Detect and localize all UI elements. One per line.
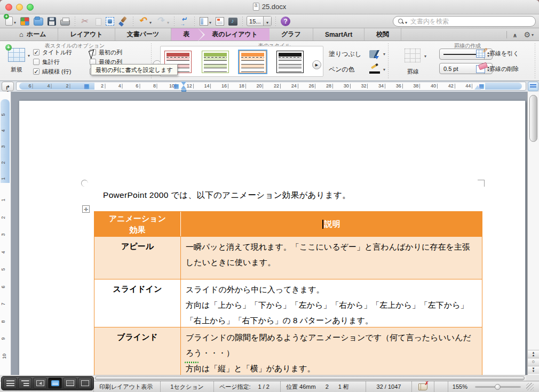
tab-table[interactable]: 表 (171, 28, 198, 41)
chevron-down-icon[interactable] (148, 17, 152, 26)
description-cell[interactable]: 一瞬パッと消えて現れます。「ここにいるぞー」と言わんばかりに存在を主張したいとき… (181, 237, 482, 279)
indent-marker[interactable] (181, 82, 187, 92)
formatting-marks-button[interactable] (178, 15, 191, 27)
header-cell-effect[interactable]: アニメーション効果 (94, 212, 181, 236)
description-cell[interactable]: スライドの外から中に入ってきます。 方向は「上から」「下から」「左から」「右から… (181, 279, 482, 327)
sidebar-button[interactable] (198, 15, 213, 27)
search-field[interactable] (393, 16, 536, 27)
format-painter-button[interactable] (117, 15, 130, 27)
spelling-status[interactable] (412, 381, 434, 392)
borders-grid-icon[interactable] (405, 49, 421, 62)
vertical-scrollbar-thumb[interactable] (529, 95, 537, 142)
ruler-number: 4 (1, 251, 6, 253)
page-indicator[interactable]: ページ指定:1 / 2 (214, 381, 281, 392)
table-row: スライドインスライドの外から中に入ってきます。 方向は「上から」「下から」「左か… (94, 279, 482, 327)
title-bar: 25.docx (0, 0, 539, 14)
margin-crop-mark (478, 180, 485, 187)
tab-review[interactable]: 校閲 (364, 28, 401, 41)
copy-icon (96, 18, 101, 26)
zoom-slider-thumb[interactable] (495, 384, 501, 390)
view-switcher (1, 376, 94, 390)
chevron-down-icon[interactable] (208, 17, 211, 26)
ruler-number: 24 (291, 83, 297, 89)
print-button[interactable] (59, 15, 72, 27)
checkbox-option-2[interactable]: 縞模様 (行) (33, 67, 72, 76)
print-layout-button[interactable] (48, 378, 62, 389)
zoom-value: 15... (247, 18, 263, 25)
zoom-dropdown-button[interactable] (263, 17, 271, 26)
save-button[interactable] (46, 15, 58, 27)
chevron-down-icon[interactable] (13, 17, 16, 26)
chevron-down-icon[interactable]: ▾ (383, 52, 385, 57)
chevron-down-icon[interactable]: ▾ (424, 54, 426, 59)
effect-cell[interactable]: アピール (94, 237, 181, 279)
tab-layout[interactable]: レイアウト (58, 28, 115, 41)
browse-next-button[interactable]: ▼▼ (528, 366, 539, 374)
table-style-black[interactable] (276, 51, 304, 73)
erase-border-button[interactable]: 罫線の削除 (476, 65, 519, 73)
browse-previous-button[interactable]: ▲▲ (528, 350, 539, 358)
notebook-layout-button[interactable] (63, 378, 77, 389)
zoom-slider[interactable] (475, 386, 521, 388)
gallery-button[interactable] (19, 15, 31, 27)
help-button[interactable]: ? (279, 15, 292, 27)
tab-stop-selector-button[interactable] (2, 82, 14, 91)
draw-border-button[interactable]: 罫線を引く (476, 50, 519, 58)
search-input[interactable] (409, 17, 531, 26)
ruler-number: 5 (1, 113, 6, 116)
new-table-button[interactable]: ▾ 新規 (4, 48, 29, 74)
horizontal-scrollbar[interactable] (93, 375, 526, 381)
horizontal-scrollbar-thumb[interactable] (95, 376, 525, 380)
checkbox-option-0[interactable]: タイトル行 (33, 47, 72, 57)
pen-color-button[interactable]: ペンの色 ▾ (329, 65, 385, 74)
word-count[interactable]: 32 / 1047 (366, 381, 412, 392)
tab-document-elements[interactable]: 文書パーツ (115, 28, 172, 41)
tab-home[interactable]: ホーム (7, 28, 58, 41)
ruler-toggle-button[interactable] (528, 82, 538, 91)
tab-chart[interactable]: グラフ (270, 28, 313, 41)
checkbox-option-1[interactable]: 集計行 (33, 57, 72, 67)
chevron-down-icon[interactable]: ▾ (383, 67, 385, 72)
chevron-down-icon[interactable] (166, 17, 169, 26)
resize-grip[interactable] (526, 383, 534, 390)
document-proxy-icon[interactable] (253, 3, 259, 11)
paste-button[interactable] (104, 15, 116, 27)
print-layout-icon (51, 380, 59, 386)
cut-button[interactable] (78, 15, 92, 27)
effect-cell[interactable]: スライドイン (94, 279, 181, 327)
effect-cell[interactable]: ブラインド (94, 327, 181, 375)
toolbar-divider (75, 17, 75, 26)
outline-view-button[interactable] (18, 378, 32, 389)
fill-color-button[interactable]: 塗りつぶし ▾ (329, 50, 385, 59)
undo-button[interactable] (137, 15, 153, 27)
collapse-ribbon-button[interactable] (512, 30, 517, 39)
draft-view-button[interactable] (3, 378, 17, 389)
ribbon-settings-gear-button[interactable] (524, 30, 534, 39)
tab-smartart[interactable]: SmartArt (313, 28, 364, 41)
search-options-caret-icon[interactable] (405, 17, 409, 26)
copy-button[interactable] (93, 15, 103, 27)
new-doc-button[interactable] (4, 15, 18, 27)
grid-icon: ▦ (173, 83, 179, 90)
description-cell[interactable]: ブラインドの隙間を閉めるようなアニメーションです（何て言ったらいいんだろう・・・… (181, 327, 482, 375)
right-indent-marker[interactable] (474, 85, 481, 90)
browse-object-button[interactable]: ○ (528, 358, 539, 366)
focus-view-button[interactable] (78, 378, 92, 389)
ruler-number: 44 (465, 83, 471, 89)
open-button[interactable] (32, 15, 45, 27)
media-browser-button[interactable] (227, 15, 239, 27)
vertical-scrollbar[interactable]: ▲▲ ○ ▼▼ (527, 92, 539, 375)
gallery-scroll-right-button[interactable]: ▶ (312, 60, 321, 69)
header-cell-description[interactable]: 説明 (181, 212, 482, 236)
publishing-layout-button[interactable] (33, 378, 47, 389)
paragraph-text[interactable]: PowerPoint 2000 では、以下のアニメーション効果があります。 (103, 190, 351, 201)
redo-button[interactable] (154, 15, 171, 27)
reference-tools-button[interactable] (214, 15, 226, 27)
outline-view-icon (21, 380, 29, 386)
tab-table-layout[interactable]: 表のレイアウト (198, 28, 270, 41)
table-move-handle[interactable] (82, 205, 90, 213)
table-style-orange[interactable] (239, 51, 266, 73)
zoom-combo[interactable]: 15... (247, 16, 272, 26)
document-page[interactable]: PowerPoint 2000 では、以下のアニメーション効果があります。 アニ… (19, 100, 526, 375)
table-style-green[interactable] (202, 51, 229, 73)
